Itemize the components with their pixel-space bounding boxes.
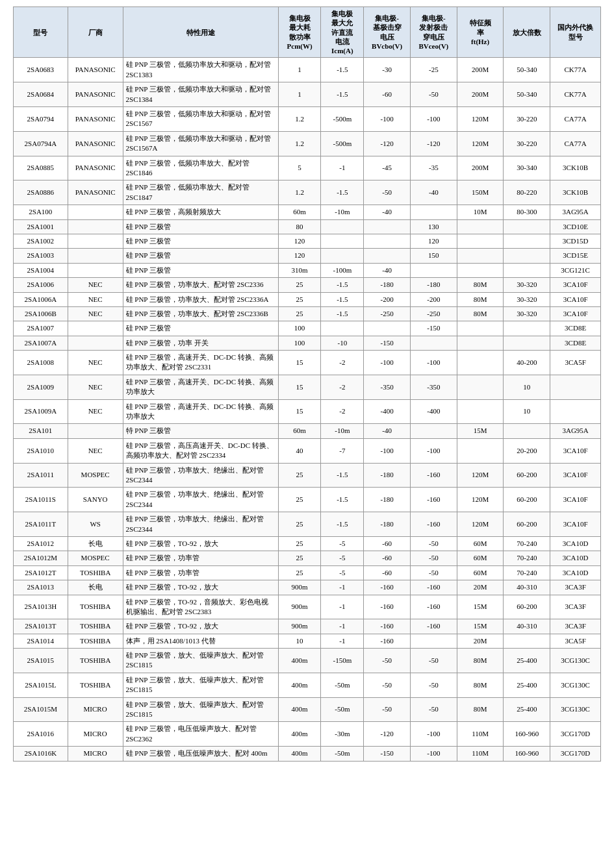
- cell-local: CK77A: [550, 82, 601, 107]
- cell-ft: 80M: [457, 649, 504, 673]
- cell-mfr: 长电: [68, 536, 123, 551]
- cell-model: 2SA1015: [14, 649, 68, 673]
- table-row: 2SA1012长电硅 PNP 三极管，TO-92，放大25-5-60-5060M…: [14, 536, 601, 551]
- table-row: 2SA0794PANASONIC硅 PNP 三极管，低频功率放大和驱动，配对管 …: [14, 107, 601, 132]
- cell-hfe: 50-340: [504, 58, 550, 82]
- cell-hfe: 60-200: [504, 595, 550, 619]
- cell-model: 2SA0885: [14, 156, 68, 180]
- table-row: 2SA1011SSANYO硅 PNP 三极管，功率放大、绝缘出、配对管 2SC2…: [14, 488, 601, 512]
- cell-local: 3CA3F: [550, 580, 601, 595]
- cell-pcm: 400m: [278, 747, 321, 761]
- cell-model: 2SA1016K: [14, 747, 68, 761]
- cell-mfr: TOSHIBA: [68, 649, 123, 673]
- cell-hfe: 30-320: [504, 278, 550, 292]
- cell-desc: 特 PNP 三极管: [123, 424, 278, 438]
- cell-ft: 80M: [457, 306, 504, 321]
- cell-ft: [457, 249, 504, 263]
- cell-icm: -1.5: [321, 292, 364, 306]
- cell-mfr: PANASONIC: [68, 131, 123, 156]
- cell-bvceo: 130: [410, 219, 457, 234]
- cell-pcm: 1.2: [278, 107, 321, 132]
- cell-bvceo: -40: [410, 180, 457, 205]
- cell-mfr: NEC: [68, 351, 123, 375]
- cell-pcm: 25: [278, 551, 321, 565]
- cell-ft: [457, 375, 504, 399]
- cell-pcm: 1.2: [278, 131, 321, 156]
- cell-bvceo: -100: [410, 747, 457, 761]
- cell-local: 3CD15E: [550, 249, 601, 263]
- table-row: 2SA1002硅 PNP 三极管1201203CD15D: [14, 234, 601, 248]
- cell-pcm: 100: [278, 336, 321, 350]
- cell-local: 3CK10B: [550, 180, 601, 205]
- cell-bvcbo: -100: [364, 438, 411, 463]
- cell-pcm: 15: [278, 399, 321, 424]
- cell-mfr: [68, 263, 123, 277]
- cell-mfr: SANYO: [68, 488, 123, 512]
- cell-ft: 120M: [457, 488, 504, 512]
- cell-pcm: 1: [278, 58, 321, 82]
- cell-bvceo: 150: [410, 249, 457, 263]
- cell-bvceo: -25: [410, 58, 457, 82]
- header-model: 型号: [14, 7, 68, 58]
- cell-mfr: MICRO: [68, 747, 123, 761]
- cell-pcm: 10: [278, 634, 321, 648]
- cell-desc: 硅 PNP 三极管，放大、低噪声放大、配对管 2SC1815: [123, 649, 278, 673]
- cell-desc: 硅 PNP 三极管，高速开关、DC-DC 转换、高频功率放大: [123, 375, 278, 399]
- cell-mfr: NEC: [68, 438, 123, 463]
- cell-pcm: 120: [278, 234, 321, 248]
- header-desc: 特性用途: [123, 7, 278, 58]
- cell-icm: -50m: [321, 673, 364, 697]
- cell-bvcbo: -50: [364, 697, 411, 722]
- cell-icm: -1.5: [321, 82, 364, 107]
- cell-icm: -500m: [321, 107, 364, 132]
- cell-desc: 硅 PNP 三极管: [123, 263, 278, 277]
- table-row: 2SA1006NEC硅 PNP 三极管，功率放大、配对管 2SC233625-1…: [14, 278, 601, 292]
- cell-mfr: NEC: [68, 292, 123, 306]
- cell-bvcbo: -60: [364, 82, 411, 107]
- table-row: 2SA1015MMICRO硅 PNP 三极管，放大、低噪声放大、配对管 2SC1…: [14, 697, 601, 722]
- cell-pcm: 25: [278, 512, 321, 537]
- cell-ft: 60M: [457, 551, 504, 565]
- table-row: 2SA1012TTOSHIBA硅 PNP 三极管，功率管25-5-60-5060…: [14, 565, 601, 580]
- table-row: 2SA1013HTOSHIBA硅 PNP 三极管，TO-92，音频放大、彩色电视…: [14, 595, 601, 619]
- cell-model: 2SA1004: [14, 263, 68, 277]
- cell-pcm: 25: [278, 306, 321, 321]
- cell-bvcbo: -60: [364, 536, 411, 551]
- cell-bvceo: -200: [410, 292, 457, 306]
- cell-desc: 硅 PNP 三极管，功率 开关: [123, 336, 278, 350]
- table-row: 2SA0886PANASONIC硅 PNP 三极管，低频功率放大、配对管 2SC…: [14, 180, 601, 205]
- cell-model: 2SA1014: [14, 634, 68, 648]
- cell-hfe: 40-310: [504, 619, 550, 634]
- cell-mfr: MOSPEC: [68, 551, 123, 565]
- cell-ft: [457, 219, 504, 234]
- cell-hfe: [504, 424, 550, 438]
- table-row: 2SA100硅 PNP 三极管，高频射频放大60m-10m-4010M80-30…: [14, 205, 601, 219]
- table-row: 2SA1004硅 PNP 三极管310m-100m-403CG121C: [14, 263, 601, 277]
- cell-ft: 120M: [457, 107, 504, 132]
- header-mfr: 厂商: [68, 7, 123, 58]
- cell-local: 3AG95A: [550, 424, 601, 438]
- cell-icm: -1.5: [321, 488, 364, 512]
- cell-ft: 200M: [457, 156, 504, 180]
- cell-pcm: 15: [278, 351, 321, 375]
- cell-desc: 硅 PNP 三极管，TO-92，放大: [123, 536, 278, 551]
- cell-model: 2SA1007A: [14, 336, 68, 350]
- table-row: 2SA1011MOSPEC硅 PNP 三极管，功率放大、绝缘出、配对管 2SC2…: [14, 463, 601, 488]
- cell-desc: 硅 PNP 三极管，功率放大、绝缘出、配对管 2SC2344: [123, 488, 278, 512]
- cell-pcm: 60m: [278, 424, 321, 438]
- table-row: 2SA1011TWS硅 PNP 三极管，功率放大、绝缘出、配对管 2SC2344…: [14, 512, 601, 537]
- cell-icm: -2: [321, 351, 364, 375]
- cell-model: 2SA0794A: [14, 131, 68, 156]
- cell-model: 2SA100: [14, 205, 68, 219]
- cell-desc: 硅 PNP 三极管，高速开关、DC-DC 转换、高频功率放大: [123, 399, 278, 424]
- cell-model: 2SA1006: [14, 278, 68, 292]
- cell-ft: [457, 438, 504, 463]
- cell-mfr: MICRO: [68, 697, 123, 722]
- cell-mfr: MOSPEC: [68, 463, 123, 488]
- cell-model: 2SA1010: [14, 438, 68, 463]
- cell-bvceo: -100: [410, 107, 457, 132]
- cell-mfr: [68, 249, 123, 263]
- table-row: 2SA1007A硅 PNP 三极管，功率 开关100-10-1503CD8E: [14, 336, 601, 350]
- cell-local: CA77A: [550, 107, 601, 132]
- cell-bvcbo: -50: [364, 673, 411, 697]
